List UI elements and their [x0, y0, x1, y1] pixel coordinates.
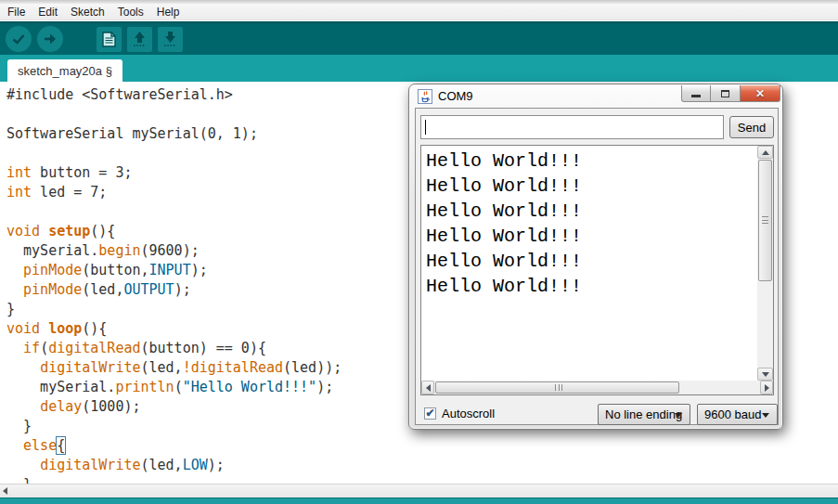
upload-button[interactable]	[37, 26, 63, 52]
code-line[interactable]: digitalWrite(led,LOW);	[6, 456, 838, 475]
code-token: digitalRead	[191, 359, 283, 376]
code-token: setup	[48, 223, 90, 239]
window-controls: ✕	[681, 85, 780, 102]
scroll-down-button[interactable]	[757, 368, 773, 381]
down-arrow-icon	[762, 372, 769, 377]
close-button[interactable]: ✕	[741, 85, 780, 102]
vertical-scrollbar[interactable]	[757, 146, 773, 381]
serial-output[interactable]: Hello World!!!Hello World!!!Hello World!…	[421, 146, 757, 381]
code-token: int	[6, 164, 32, 181]
menu-edit[interactable]: Edit	[38, 6, 58, 19]
serial-monitor-titlebar[interactable]: COM9 ✕	[409, 84, 782, 108]
autoscroll-checkbox[interactable]: ✔	[424, 407, 436, 420]
code-token: digitalWrite	[40, 359, 140, 376]
autoscroll-label: Autoscroll	[442, 407, 495, 420]
code-token: (){	[82, 320, 107, 337]
scroll-up-button[interactable]	[757, 146, 773, 159]
code-token: "Hello World!!!"	[183, 379, 317, 395]
scroll-left-arrow-icon[interactable]	[3, 487, 7, 495]
serial-input-field[interactable]	[420, 115, 724, 139]
baud-rate-dropdown[interactable]: 9600 baud	[697, 404, 778, 425]
minimize-icon	[691, 95, 701, 97]
code-token: (button,	[82, 262, 148, 278]
serial-output-line: Hello World!!!	[426, 174, 757, 199]
menu-help[interactable]: Help	[157, 6, 180, 19]
new-sketch-button[interactable]	[97, 27, 122, 52]
code-token: begin	[98, 242, 140, 259]
code-token: mySerial.	[6, 379, 115, 395]
vertical-scrollbar-thumb[interactable]	[758, 160, 772, 281]
editor-horizontal-scrollbar[interactable]	[0, 484, 838, 498]
text-caret	[425, 120, 426, 135]
code-token: );	[208, 457, 225, 473]
code-token: !	[183, 359, 191, 376]
menu-tools[interactable]: Tools	[118, 6, 144, 19]
code-token: int	[6, 184, 32, 200]
code-line[interactable]: }	[6, 475, 838, 484]
close-icon: ✕	[755, 87, 765, 100]
code-token: (	[174, 379, 183, 395]
serial-monitor-window: COM9 ✕ Send Hello World!!!Hello World!!!…	[408, 84, 783, 430]
code-token: (1000);	[82, 398, 140, 415]
code-token: );	[174, 281, 191, 298]
code-token: digitalWrite	[40, 457, 140, 473]
code-token: );	[316, 379, 333, 395]
code-token: #include <SoftwareSerial.h>	[6, 86, 233, 103]
tab-label: sketch_may20a §	[18, 64, 112, 78]
serial-monitor-content: Send Hello World!!!Hello World!!!Hello W…	[415, 108, 779, 425]
line-ending-value: No line ending	[605, 407, 682, 421]
arduino-ide-window: File Edit Sketch Tools Help	[0, 0, 838, 504]
code-token	[40, 223, 48, 239]
open-sketch-button[interactable]	[127, 27, 152, 52]
save-sketch-button[interactable]	[158, 27, 183, 52]
scrollbar-grip	[555, 384, 562, 391]
up-arrow-icon	[762, 150, 769, 155]
code-token: if	[23, 340, 40, 356]
matched-bracket: {	[57, 437, 65, 454]
scroll-right-button[interactable]	[760, 381, 773, 394]
checkmark-icon: ✔	[425, 407, 434, 420]
horizontal-scrollbar-thumb[interactable]	[435, 381, 679, 394]
scroll-left-button[interactable]	[421, 381, 434, 394]
code-token: (led));	[283, 359, 342, 376]
code-token: else	[23, 437, 57, 454]
menu-sketch[interactable]: Sketch	[71, 6, 105, 19]
minimize-button[interactable]	[681, 85, 711, 102]
serial-output-line: Hello World!!!	[426, 249, 757, 274]
code-token: loop	[48, 320, 82, 337]
send-button[interactable]: Send	[729, 116, 774, 138]
code-token	[6, 437, 23, 454]
left-arrow-icon	[426, 384, 431, 392]
serial-output-pane: Hello World!!!Hello World!!!Hello World!…	[420, 145, 774, 395]
up-arrow-icon	[132, 31, 148, 47]
code-token: }	[6, 418, 32, 434]
ide-toolbar	[0, 21, 838, 55]
code-token	[6, 457, 40, 473]
line-ending-dropdown[interactable]: No line ending	[598, 404, 690, 425]
code-token: digitalRead	[48, 340, 140, 356]
verify-button[interactable]	[6, 26, 32, 52]
code-token: (led,	[82, 281, 123, 298]
code-token: pinMode	[23, 281, 82, 298]
tab-sketch-may20a[interactable]: sketch_may20a §	[7, 59, 122, 82]
serial-output-line: Hello World!!!	[426, 199, 757, 224]
menu-file[interactable]: File	[7, 6, 25, 19]
serial-output-line: Hello World!!!	[426, 274, 757, 299]
code-token: (){	[90, 223, 115, 239]
code-token: }	[6, 301, 15, 317]
document-icon	[102, 32, 116, 47]
code-token: }	[6, 476, 32, 484]
maximize-icon	[721, 90, 729, 97]
code-token	[6, 359, 40, 376]
chevron-down-icon	[762, 413, 769, 418]
maximize-button[interactable]	[711, 85, 741, 102]
code-token: delay	[40, 398, 82, 415]
code-token: println	[115, 379, 174, 395]
code-token: void	[6, 320, 40, 337]
code-line[interactable]: else{	[6, 436, 838, 456]
code-token: pinMode	[23, 262, 82, 278]
serial-monitor-title: COM9	[438, 89, 473, 103]
baud-rate-value: 9600 baud	[704, 407, 761, 421]
horizontal-scrollbar[interactable]	[421, 381, 773, 394]
code-token: (button) == 0){	[141, 340, 266, 356]
